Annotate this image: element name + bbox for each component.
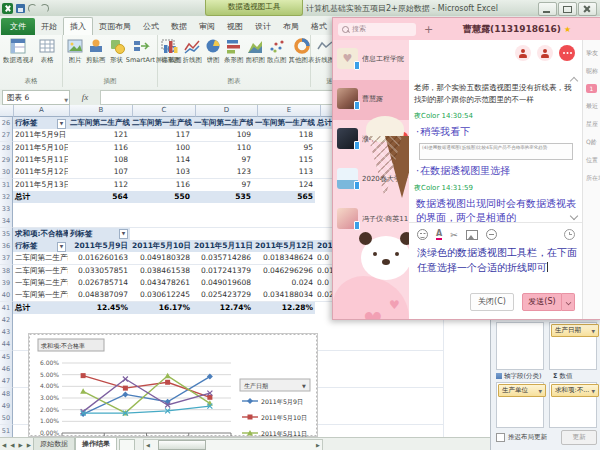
grid-cell[interactable] (439, 425, 444, 438)
defer-layout-update[interactable]: 推迟布局更新 (496, 433, 547, 442)
horizontal-scrollbar[interactable]: ◀ ▶ (143, 439, 323, 450)
grid-cell[interactable] (130, 203, 193, 216)
tab-格式[interactable]: 格式 (305, 18, 333, 35)
grid-cell[interactable]: 总计 (13, 302, 69, 315)
message-history-icon[interactable] (564, 229, 575, 240)
grid-cell[interactable]: 0.026785714 (68, 277, 131, 290)
grid-cell[interactable] (192, 228, 254, 241)
ribbon-button-图片[interactable]: 图片 (66, 37, 84, 64)
grid-cell[interactable]: 0.024 (253, 277, 316, 290)
grid-cell[interactable] (377, 351, 440, 364)
send-options-dropdown[interactable] (562, 293, 575, 311)
chip-dropdown-icon[interactable]: ▼ (592, 387, 595, 397)
grid-cell[interactable]: 0.034188034 (253, 289, 316, 302)
contact-item-冯子仪·商英1191[interactable]: 冯子仪·商英1191 (333, 200, 409, 240)
column-header-A[interactable]: A (14, 105, 70, 117)
filter-dropdown-icon[interactable]: ▼ (57, 119, 66, 129)
row-header-43[interactable]: 43 (0, 326, 13, 339)
minimize-button[interactable] (538, 2, 557, 16)
grid-cell[interactable]: 0.049180328 (130, 252, 193, 265)
sheet-tab-原始数据[interactable]: 原始数据 (33, 438, 75, 450)
grid-cell[interactable]: 95 (253, 142, 316, 155)
grid-cell[interactable] (439, 388, 444, 401)
update-button[interactable]: 更新 (561, 430, 597, 445)
grid-cell[interactable] (377, 400, 440, 413)
ribbon-button-表格[interactable]: 表格 (35, 37, 59, 64)
grid-cell[interactable]: 二车间第一生产线 (130, 117, 193, 130)
grid-cell[interactable]: 一车间第二生产线 (192, 117, 254, 130)
insert-worksheet-icon[interactable] (119, 439, 135, 450)
grid-cell[interactable]: ▼列标签 (68, 228, 131, 241)
row-header-51[interactable]: 51 (0, 425, 13, 438)
row-header-34[interactable]: 34 (0, 215, 13, 228)
grid-cell[interactable] (377, 363, 440, 376)
contact-item-2020春大学计算[interactable]: 2020春大学计算 (333, 160, 409, 200)
grid-cell[interactable]: 117 (130, 129, 193, 142)
grid-cell[interactable]: 103 (130, 166, 193, 179)
tab-页面布局[interactable]: 页面布局 (93, 18, 137, 35)
scrollbar-thumb[interactable] (158, 440, 206, 450)
grid-cell[interactable]: 108 (68, 154, 131, 167)
grid-cell[interactable]: 550 (130, 191, 193, 204)
add-contact-button[interactable]: + (424, 23, 433, 36)
ribbon-button-面积图[interactable]: 面积图 (246, 37, 266, 64)
grid-cell[interactable]: 564 (68, 191, 131, 204)
legend-fields-box-left[interactable] (496, 322, 544, 370)
grid-cell[interactable] (439, 363, 444, 376)
row-header-31[interactable]: 31 (0, 179, 13, 192)
grid-cell[interactable] (377, 326, 440, 339)
grid-cell[interactable] (315, 363, 378, 376)
prev-sheet-icon[interactable]: ◀ (8, 442, 16, 448)
grid-cell[interactable] (439, 375, 444, 388)
first-sheet-icon[interactable]: ◀ (0, 442, 8, 448)
grid-cell[interactable] (192, 203, 254, 216)
grid-cell[interactable]: 求和项:不合格率 (13, 228, 69, 241)
contact-item-信息工程学院[interactable]: ♥信息工程学院 (333, 40, 409, 80)
ribbon-button-数据透视表[interactable]: 数据透视表 (3, 37, 33, 64)
grid-cell[interactable] (439, 326, 444, 339)
tab-file[interactable]: 文件 (1, 18, 35, 35)
undo-icon[interactable] (28, 4, 37, 13)
row-header-32[interactable]: 32 (0, 191, 13, 204)
row-header-46[interactable]: 46 (0, 363, 13, 376)
row-header-44[interactable]: 44 (0, 338, 13, 351)
grid-cell[interactable] (192, 314, 254, 327)
grid-cell[interactable]: 12.74% (192, 302, 254, 315)
grid-cell[interactable]: 0.046296296 (253, 265, 316, 278)
axis-field-chip[interactable]: ▼生产单位 (498, 384, 546, 397)
grid-corner[interactable] (0, 105, 14, 117)
column-header-D[interactable]: D (196, 105, 258, 117)
grid-cell[interactable]: 97 (192, 154, 254, 167)
row-header-27[interactable]: 27 (0, 129, 13, 142)
scroll-right-icon[interactable]: ▶ (314, 442, 322, 448)
grid-cell[interactable] (13, 314, 69, 327)
grid-cell[interactable]: 121 (68, 129, 131, 142)
grid-cell[interactable]: 12.45% (68, 302, 131, 315)
row-header-40[interactable]: 40 (0, 289, 13, 302)
chip-dropdown-icon[interactable]: ▼ (539, 387, 542, 397)
grid-cell[interactable]: 二车间第二生产线 (68, 117, 131, 130)
grid-cell[interactable] (130, 228, 193, 241)
row-header-49[interactable]: 49 (0, 400, 13, 413)
row-header-39[interactable]: 39 (0, 277, 13, 290)
grid-cell[interactable] (315, 326, 378, 339)
tab-插入[interactable]: 插入 (63, 17, 93, 35)
message-image-thumbnail[interactable]: (4)使用数据透视图(折线图)比较4车间产品不合格率的变化趋势 (419, 143, 573, 160)
grid-cell[interactable] (13, 203, 69, 216)
message-input[interactable]: 淡绿色的数据透视图工具栏，在下面任意选择一个合适的折线即可 (417, 245, 577, 275)
grid-cell[interactable] (315, 388, 378, 401)
defer-checkbox[interactable] (496, 433, 505, 442)
grid-cell[interactable]: 0.033057851 (68, 265, 131, 278)
last-sheet-icon[interactable]: ▶ (25, 442, 33, 448)
pivot-chart[interactable]: 0.00%1.00%2.00%3.00%4.00%5.00%6.00%求和项:不… (28, 333, 318, 437)
ribbon-button-形状[interactable]: 形状 (108, 37, 126, 64)
grid-cell[interactable] (68, 314, 131, 327)
grid-cell[interactable] (68, 203, 131, 216)
row-header-41[interactable]: 41 (0, 302, 13, 315)
grid-cell[interactable]: 113 (253, 166, 316, 179)
grid-cell[interactable] (439, 412, 444, 425)
scroll-left-icon[interactable]: ◀ (144, 442, 152, 448)
grid-cell[interactable] (315, 375, 378, 388)
grid-cell[interactable]: 0.025423729 (192, 289, 254, 302)
row-header-30[interactable]: 30 (0, 166, 13, 179)
